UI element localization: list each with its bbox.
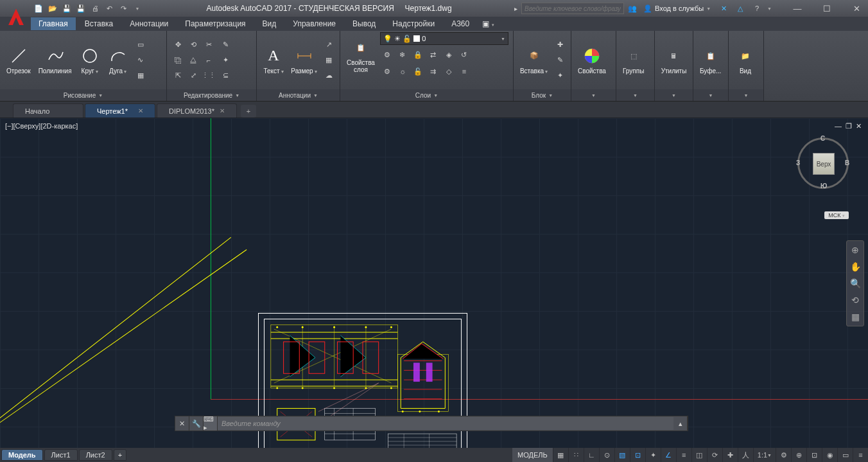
help-icon[interactable]: ?: [751, 2, 763, 15]
open-icon[interactable]: 📂: [46, 2, 59, 15]
mirror-icon[interactable]: ⧋: [186, 53, 200, 67]
zoom-extents-icon[interactable]: 🔍: [849, 277, 862, 290]
erase-icon[interactable]: ✎: [218, 38, 232, 52]
tab-featured[interactable]: ▣ ▾: [478, 17, 498, 30]
circle-button[interactable]: Круг: [77, 44, 103, 76]
layer-thaw-icon[interactable]: ☼: [395, 64, 410, 78]
utilities-button[interactable]: 🖩Утилиты: [659, 44, 689, 76]
layer-state-icon[interactable]: ≡: [457, 64, 471, 78]
undo-icon[interactable]: ↶: [103, 2, 116, 15]
layer-iso-icon[interactable]: ◈: [442, 48, 456, 62]
layer-uniso-icon[interactable]: ◇: [442, 64, 456, 78]
redo-icon[interactable]: ↷: [117, 2, 130, 15]
text-button[interactable]: AТекст: [261, 44, 286, 76]
osnap-toggle-icon[interactable]: ⊡: [630, 448, 645, 462]
array-icon[interactable]: ⋮⋮: [202, 69, 216, 83]
add-tab-button[interactable]: +: [241, 105, 256, 118]
cmd-recent-icon[interactable]: ⌨ ▸: [204, 416, 218, 431]
doc-tab-diplom[interactable]: DIPLOM2013*✕: [157, 103, 237, 118]
grid-toggle-icon[interactable]: ▦: [553, 448, 568, 462]
exchange-icon[interactable]: ✕: [717, 2, 730, 15]
search-input[interactable]: [521, 3, 624, 14]
command-input[interactable]: Введите команду: [218, 417, 673, 430]
viewcube-south[interactable]: Ю: [820, 182, 827, 190]
cloud-icon[interactable]: ☁: [322, 69, 336, 83]
cleanscreen-icon[interactable]: ▭: [837, 448, 853, 462]
customize-icon[interactable]: ≡: [853, 448, 868, 462]
pan-icon[interactable]: ✋: [849, 260, 862, 273]
viewcube[interactable]: Верх С Ю В З: [797, 138, 849, 195]
plot-icon[interactable]: 🖨: [89, 2, 101, 15]
copy-icon[interactable]: ⿻: [171, 53, 185, 67]
layer-walk-icon[interactable]: ⇉: [426, 64, 440, 78]
layer-dropdown[interactable]: 💡 ☀ 🔓 0 ▼: [380, 32, 508, 45]
table-icon[interactable]: ▦: [322, 53, 336, 67]
rotate-icon[interactable]: ⟲: [186, 38, 200, 52]
full-nav-wheel-icon[interactable]: ⊕: [849, 244, 862, 256]
create-block-icon[interactable]: ✚: [553, 38, 567, 52]
transparency-icon[interactable]: ◫: [691, 448, 707, 462]
doc-tab-start[interactable]: Начало: [13, 103, 83, 118]
model-tab[interactable]: Модель: [1, 449, 43, 461]
infocenter-icon[interactable]: 👥: [628, 4, 637, 13]
attr-icon[interactable]: ✦: [553, 69, 567, 83]
viewcube-north[interactable]: С: [820, 135, 825, 142]
layer-properties-button[interactable]: 📋Свойства слоя: [344, 36, 378, 75]
cmd-options-icon[interactable]: 🔧: [189, 416, 204, 431]
tab-addins[interactable]: Надстройки: [385, 17, 442, 30]
layout2-tab[interactable]: Лист2: [79, 449, 112, 461]
polyline-button[interactable]: Полилиния: [36, 44, 74, 76]
explode-icon[interactable]: ✦: [218, 53, 232, 67]
otrack-toggle-icon[interactable]: ∠: [661, 448, 676, 462]
close-icon[interactable]: ✕: [138, 107, 143, 114]
add-layout-button[interactable]: +: [114, 449, 126, 461]
edit-block-icon[interactable]: ✎: [553, 53, 567, 67]
maximize-button[interactable]: ☐: [818, 2, 836, 15]
tab-view[interactable]: Вид: [255, 17, 284, 30]
trim-icon[interactable]: ✂: [202, 38, 216, 52]
scale-icon[interactable]: ⤢: [186, 69, 200, 83]
3dosnap-icon[interactable]: ✦: [645, 448, 661, 462]
signin-button[interactable]: 👤 Вход в службы ▼: [641, 4, 713, 13]
app-logo[interactable]: [3, 4, 30, 31]
leader-icon[interactable]: ↗: [322, 38, 336, 52]
dimension-button[interactable]: Размер: [289, 44, 319, 76]
layer-freeze-icon[interactable]: ❄: [395, 48, 410, 62]
cmd-history-icon[interactable]: ▴: [673, 416, 688, 431]
annoscale-icon[interactable]: 人: [738, 448, 753, 462]
viewcube-west[interactable]: З: [796, 159, 800, 166]
rect-icon[interactable]: ▭: [134, 38, 148, 52]
modelspace-label[interactable]: МОДЕЛЬ: [512, 448, 553, 462]
vp-close-icon[interactable]: ✕: [856, 122, 862, 130]
close-icon[interactable]: ✕: [220, 107, 225, 114]
qat-more-icon[interactable]: ▼: [131, 2, 144, 15]
new-icon[interactable]: 📄: [32, 2, 45, 15]
minimize-button[interactable]: —: [788, 2, 806, 15]
hardware-accel-icon[interactable]: ⊡: [806, 448, 822, 462]
vp-minimize-icon[interactable]: —: [835, 122, 842, 130]
cycling-icon[interactable]: ⟳: [707, 448, 722, 462]
arc-button[interactable]: Дуга: [105, 44, 131, 76]
save-icon[interactable]: 💾: [60, 2, 73, 15]
annomonitor-icon[interactable]: ✚: [722, 448, 738, 462]
viewcube-top[interactable]: Верх: [813, 153, 835, 175]
tab-a360[interactable]: A360: [444, 17, 477, 30]
wcs-badge[interactable]: МСК ▾: [824, 211, 849, 219]
spline-icon[interactable]: ∿: [134, 53, 148, 67]
layout1-tab[interactable]: Лист1: [44, 449, 78, 461]
showmotion-icon[interactable]: ▦: [849, 310, 862, 323]
stretch-icon[interactable]: ⇱: [171, 69, 185, 83]
viewport-label[interactable]: [−][Сверху][2D-каркас]: [5, 122, 78, 130]
scale-list-button[interactable]: 1:1 ▼: [753, 448, 776, 462]
layer-on-icon[interactable]: ⚙: [380, 64, 394, 78]
groups-button[interactable]: ⬚Группы: [620, 44, 647, 76]
line-button[interactable]: Отрезок: [4, 44, 33, 76]
saveas-icon[interactable]: 💾: [74, 2, 87, 15]
fillet-icon[interactable]: ⌐: [202, 53, 216, 67]
layer-unlock-icon[interactable]: 🔓: [411, 64, 425, 78]
hatch-icon[interactable]: ▦: [134, 69, 148, 83]
offset-icon[interactable]: ⊆: [218, 69, 232, 83]
orbit-icon[interactable]: ⟲: [849, 294, 862, 307]
doc-tab-drawing1[interactable]: Чертеж1*✕: [85, 103, 155, 118]
tab-output[interactable]: Вывод: [345, 17, 383, 30]
